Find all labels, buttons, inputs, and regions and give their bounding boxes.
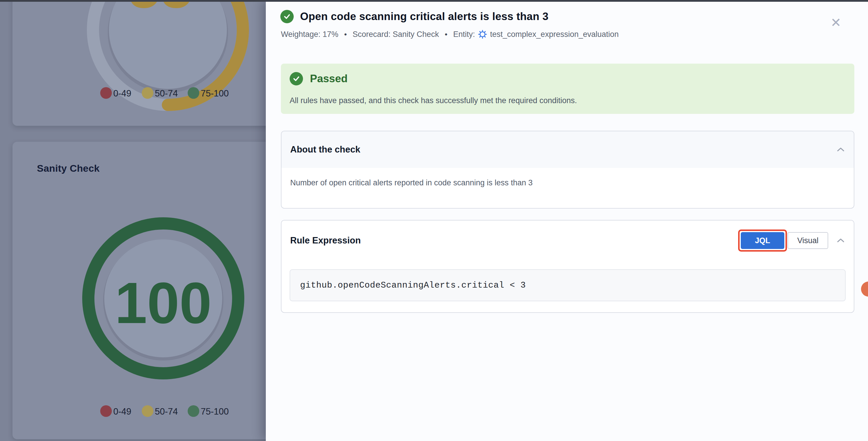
about-check-title: About the check (290, 145, 360, 155)
about-check-header[interactable]: About the check (281, 131, 854, 168)
rule-expression-controls: JQL Visual (738, 229, 845, 252)
check-detail-drawer: Open code scanning critical alerts is le… (266, 0, 868, 441)
rule-expression-title: Rule Expression (290, 235, 361, 246)
top-window-strip (0, 0, 868, 2)
rule-expression-code-box: github.openCodeScanningAlerts.critical <… (290, 269, 846, 301)
meta-separator: • (445, 30, 447, 39)
rule-expression-header: Rule Expression JQL Visual (281, 220, 854, 261)
sanity-check-card-title: Sanity Check (37, 163, 100, 174)
status-banner: Passed All rules have passed, and this c… (281, 64, 854, 114)
jql-highlight-box: JQL (738, 229, 787, 252)
about-check-description: Number of open critical alerts reported … (281, 168, 854, 198)
chevron-up-icon[interactable] (836, 238, 845, 244)
drawer-header: Open code scanning critical alerts is le… (280, 10, 549, 23)
tab-visual[interactable]: Visual (787, 232, 828, 249)
status-banner-header: Passed (290, 72, 348, 86)
drawer-title: Open code scanning critical alerts is le… (300, 10, 549, 23)
chevron-up-icon[interactable] (836, 147, 845, 153)
gauge-card-partial (12, 0, 266, 126)
check-passed-icon (280, 10, 294, 23)
entity-name[interactable]: test_complex_expression_evaluation (490, 30, 619, 39)
dashboard-backdrop: Sanity Check 55 0-49 50-74 75-100 100 (0, 0, 266, 441)
weightage-value: Weightage: 17% (281, 30, 338, 39)
tab-jql[interactable]: JQL (741, 232, 784, 249)
meta-separator: • (344, 30, 347, 39)
rule-expression-code: github.openCodeScanningAlerts.critical <… (300, 280, 526, 290)
close-icon[interactable]: ✕ (831, 16, 841, 29)
scorecard-value: Scorecard: Sanity Check (353, 30, 439, 39)
status-message: All rules have passed, and this check ha… (290, 96, 577, 105)
status-badge: Passed (310, 73, 348, 85)
passed-check-icon (290, 72, 303, 86)
sanity-check-card: Sanity Check (12, 142, 266, 439)
check-meta-row: Weightage: 17% • Scorecard: Sanity Check… (281, 30, 619, 39)
entity-meta: Entity: test_complex_expression_evaluati… (453, 30, 619, 39)
rule-expression-card: Rule Expression JQL Visual github.openCo… (281, 220, 854, 313)
entity-label: Entity: (453, 30, 475, 39)
about-check-card: About the check Number of open critical … (281, 131, 854, 209)
gear-icon (478, 30, 487, 39)
